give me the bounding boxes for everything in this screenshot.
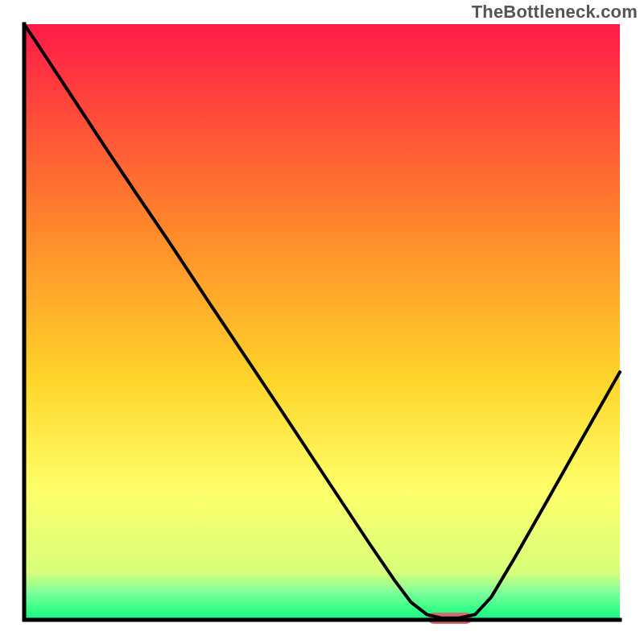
chart-stage: TheBottleneck.com (0, 0, 644, 644)
watermark-text: TheBottleneck.com (472, 2, 638, 23)
bottleneck-plot (0, 0, 644, 644)
